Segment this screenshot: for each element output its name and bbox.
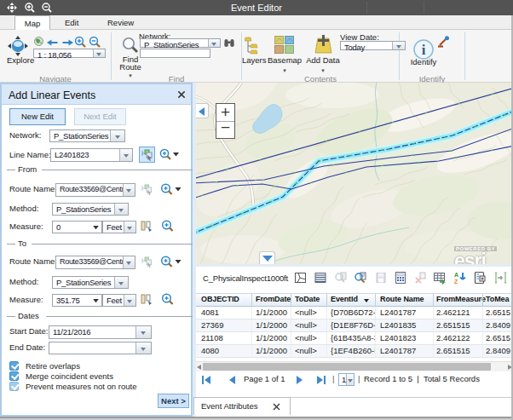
svg-text:Z: Z <box>454 279 458 285</box>
svg-text:i: i <box>422 42 426 58</box>
svg-text:A: A <box>454 272 458 278</box>
